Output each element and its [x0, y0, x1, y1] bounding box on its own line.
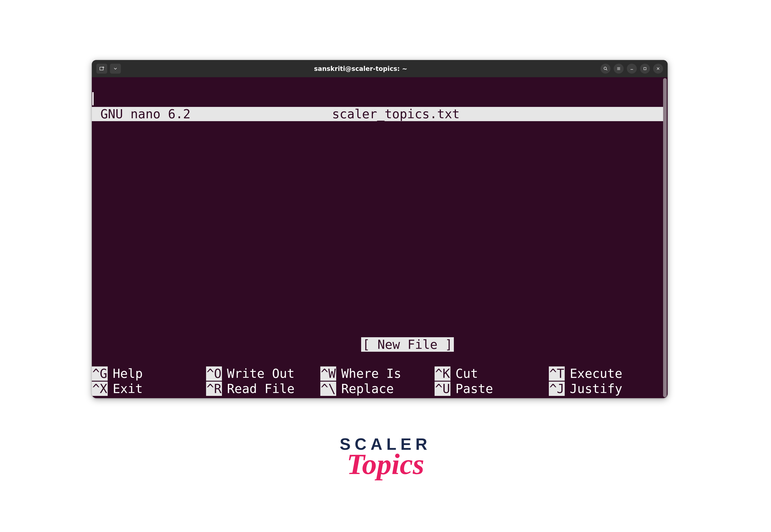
- window-titlebar: sanskriti@scaler-topics: ~: [92, 60, 668, 77]
- text-cursor: [92, 92, 94, 105]
- shortcut-writeout: ^OWrite Out: [206, 366, 320, 381]
- shortcut-key: ^G: [92, 366, 108, 381]
- search-icon: [603, 66, 608, 71]
- minimize-icon: [629, 66, 634, 71]
- shortcut-label: Paste: [450, 382, 493, 396]
- shortcut-label: Exit: [108, 382, 142, 396]
- nano-shortcuts: ^GHelp ^XExit ^OWrite Out ^RRead File ^W…: [92, 366, 663, 396]
- shortcut-label: Where Is: [336, 366, 401, 381]
- svg-rect-9: [644, 67, 646, 70]
- terminal-body: GNU nano 6.2 scaler_topics.txt [ New Fil…: [92, 77, 668, 398]
- svg-line-4: [606, 69, 607, 70]
- chevron-down-icon: [113, 66, 118, 71]
- maximize-icon: [643, 66, 647, 71]
- shortcut-key: ^\: [320, 382, 336, 396]
- close-button[interactable]: [653, 64, 663, 74]
- shortcut-key: ^W: [320, 366, 336, 381]
- minimize-button[interactable]: [627, 64, 637, 74]
- shortcut-key: ^J: [549, 382, 565, 396]
- brand-line2: Topics: [0, 447, 771, 481]
- terminal-window: sanskriti@scaler-topics: ~ GNU nano 6.2: [92, 60, 668, 398]
- shortcut-label: Execute: [565, 366, 622, 381]
- terminal-content[interactable]: GNU nano 6.2 scaler_topics.txt [ New Fil…: [92, 77, 663, 398]
- shortcut-help: ^GHelp: [92, 366, 206, 381]
- shortcut-replace: ^\Replace: [320, 382, 435, 396]
- shortcut-key: ^R: [206, 382, 222, 396]
- new-tab-button[interactable]: [96, 64, 107, 74]
- scrollbar-thumb[interactable]: [663, 78, 667, 397]
- titlebar-left-controls: [96, 64, 121, 74]
- titlebar-right-controls: [601, 64, 663, 74]
- nano-status-line: [ New File ]: [92, 323, 663, 366]
- shortcut-label: Cut: [450, 366, 478, 381]
- nano-status-badge: [ New File ]: [361, 337, 454, 352]
- close-icon: [656, 66, 660, 71]
- shortcut-execute: ^TExecute: [549, 366, 663, 381]
- shortcut-key: ^X: [92, 382, 108, 396]
- svg-point-3: [604, 67, 607, 70]
- shortcut-cut: ^KCut: [435, 366, 549, 381]
- hamburger-icon: [616, 66, 621, 71]
- tab-dropdown-button[interactable]: [110, 64, 121, 74]
- shortcut-paste: ^UPaste: [435, 382, 549, 396]
- shortcut-exit: ^XExit: [92, 382, 206, 396]
- shortcut-key: ^U: [435, 382, 450, 396]
- maximize-button[interactable]: [640, 64, 650, 74]
- shortcut-label: Read File: [222, 382, 295, 396]
- shortcut-justify: ^JJustify: [549, 382, 663, 396]
- new-tab-icon: [99, 66, 105, 72]
- window-title: sanskriti@scaler-topics: ~: [121, 65, 601, 72]
- shortcut-key: ^K: [435, 366, 450, 381]
- menu-button[interactable]: [614, 64, 624, 74]
- shortcut-label: Replace: [336, 382, 394, 396]
- shortcut-whereis: ^WWhere Is: [320, 366, 435, 381]
- shortcut-label: Write Out: [222, 366, 295, 381]
- brand-watermark: SCALER Topics: [0, 435, 771, 481]
- terminal-scrollbar[interactable]: [663, 78, 667, 397]
- search-button[interactable]: [601, 64, 611, 74]
- shortcut-readfile: ^RRead File: [206, 382, 320, 396]
- shortcut-key: ^O: [206, 366, 222, 381]
- nano-editor-area[interactable]: [92, 92, 663, 346]
- shortcut-label: Help: [108, 366, 142, 381]
- shortcut-key: ^T: [549, 366, 565, 381]
- shortcut-label: Justify: [565, 382, 622, 396]
